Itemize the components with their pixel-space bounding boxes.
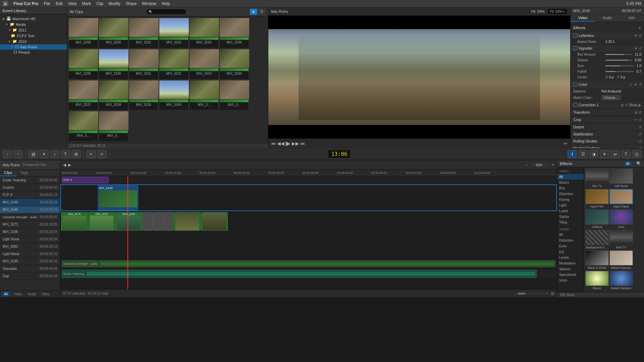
stabilization-reset[interactable]: ↺ bbox=[639, 132, 641, 136]
effect-artifacts[interactable]: Artifacts bbox=[585, 209, 609, 229]
rolling-shutter-header[interactable]: Rolling Shutter ↺ bbox=[571, 138, 644, 144]
crop-icon[interactable]: ✂ bbox=[635, 118, 637, 122]
clip-thumb-mvi-c[interactable]: MVI_3... bbox=[68, 111, 98, 141]
clip-thumb-mvi-b[interactable]: MVI_3... bbox=[219, 80, 249, 111]
exotic-audio-clip[interactable]: Exotic Yearning bbox=[62, 270, 537, 278]
cat-all-audio[interactable]: All bbox=[557, 232, 584, 238]
industrial-audio-clip[interactable]: Industrial Strength - audio bbox=[62, 260, 555, 267]
effect-bloom[interactable]: Bloom bbox=[585, 271, 609, 291]
clip-mvi3174[interactable]: MVI_3174 bbox=[61, 212, 88, 231]
menu-clip[interactable]: Clip bbox=[96, 1, 103, 6]
share-btn[interactable]: ↑ bbox=[13, 150, 23, 158]
effect-aged-paper[interactable]: Aged Paper bbox=[609, 189, 633, 209]
tree-item-italy-ruins[interactable]: ▼ 🎞 Italy Ruins bbox=[0, 44, 67, 50]
clip-appearance-btn[interactable]: ▤ bbox=[29, 150, 38, 158]
cat-light[interactable]: Light bbox=[557, 202, 584, 208]
size-slider[interactable] bbox=[605, 65, 634, 66]
cat-basics[interactable]: Basics bbox=[557, 180, 584, 185]
zoom-out-btn[interactable]: - bbox=[515, 291, 516, 296]
effect-bg-squares[interactable]: Background Squares bbox=[585, 230, 609, 250]
vignette-enable[interactable]: ✓ bbox=[573, 46, 577, 50]
correction-scope-icon[interactable]: ⊞ bbox=[621, 103, 624, 107]
clip-fcpx[interactable]: FCP X bbox=[62, 177, 109, 183]
color-board-btn[interactable]: ◑ bbox=[589, 150, 598, 158]
cat-spaces[interactable]: Spaces bbox=[557, 266, 584, 272]
inspector-tab-info[interactable]: Info bbox=[620, 14, 644, 22]
effects-add-btn[interactable]: + bbox=[638, 25, 641, 31]
darken-slider[interactable] bbox=[605, 60, 632, 61]
tree-item-fcpx[interactable]: 📁 FCPX Test bbox=[0, 33, 67, 39]
correction1-header[interactable]: ✓ Correction 1 ⊞ ✐ Show ▶ bbox=[571, 102, 644, 109]
clip-thumb-mvi3334[interactable]: MVI_3334 bbox=[219, 49, 249, 79]
effect-black-white[interactable]: Black & White bbox=[585, 250, 609, 270]
correction1-enable[interactable]: ✓ bbox=[573, 103, 577, 107]
letterbox-enable[interactable]: ✓ bbox=[573, 34, 577, 38]
zoom-in-btn[interactable]: + bbox=[546, 291, 548, 296]
effect-bleach-bypass[interactable]: Bleach Bypass bbox=[609, 250, 633, 270]
clip-thumb-mvi3292[interactable]: MVI_3292 bbox=[159, 18, 189, 48]
cat-specialized[interactable]: Specialized bbox=[557, 272, 584, 278]
vignette-header[interactable]: ✓ Vignette: ▼ ↺ bbox=[571, 45, 644, 52]
clip-thumb-mvi3294[interactable]: MVI_3294 bbox=[219, 18, 249, 48]
tree-item-2011[interactable]: ▼ 📁 2011 bbox=[0, 27, 67, 33]
clip-thumb-mvi3331[interactable]: MVI_3331 bbox=[129, 49, 158, 79]
tree-item-2010[interactable]: ▼ 📁 2010 bbox=[0, 39, 67, 44]
cat-stylize[interactable]: Stylize bbox=[557, 214, 584, 220]
clip-mvi3196[interactable]: MVI_3196 bbox=[115, 212, 142, 231]
letterbox-header[interactable]: ✓ Letterbox: ▼ ↺ bbox=[571, 32, 644, 39]
correction-expand[interactable]: ▶ bbox=[639, 103, 641, 107]
grid-view-btn[interactable]: ⊞ bbox=[250, 9, 257, 15]
effects-search-btn[interactable]: 🔍 bbox=[636, 161, 641, 166]
menu-modify[interactable]: Modify bbox=[109, 1, 120, 6]
correction-show[interactable]: Show bbox=[629, 103, 637, 107]
cat-echo[interactable]: Echo bbox=[557, 243, 584, 249]
transform-header[interactable]: Transform ⊞ ↺ bbox=[571, 109, 644, 116]
tab-audio[interactable]: Audio bbox=[26, 292, 39, 297]
expand-icon-v[interactable]: ▼ bbox=[634, 47, 638, 50]
generator-btn[interactable]: ⊞ bbox=[71, 150, 81, 158]
loop-btn[interactable]: ↩ bbox=[564, 141, 568, 146]
effect-aged-film[interactable]: Aged Film bbox=[585, 189, 609, 209]
reset-icon[interactable]: ↺ bbox=[639, 34, 641, 38]
distort-reset[interactable]: ↺ bbox=[639, 125, 641, 129]
clips-view-toggle[interactable]: ⊞ ☰ bbox=[250, 9, 265, 15]
rolling-shutter-reset[interactable]: ↺ bbox=[639, 139, 641, 143]
menu-window[interactable]: Window bbox=[142, 1, 156, 6]
tree-item-macintosh[interactable]: ▶ 💾 Macintosh HD bbox=[0, 16, 67, 21]
cat-eq[interactable]: EQ bbox=[557, 249, 584, 255]
tab-all[interactable]: All bbox=[1, 292, 10, 297]
transform-reset[interactable]: ↺ bbox=[639, 111, 641, 114]
titles-btn[interactable]: T bbox=[61, 150, 70, 158]
clips-search[interactable]: 🔍 bbox=[146, 9, 186, 15]
list-view-btn[interactable]: ☰ bbox=[258, 9, 265, 15]
select-tool-btn[interactable]: ↖ bbox=[87, 150, 96, 158]
effects-all-btn[interactable]: All bbox=[623, 162, 632, 166]
correction-eyedrop-icon[interactable]: ✐ bbox=[625, 103, 628, 107]
falloff-slider[interactable] bbox=[605, 71, 634, 72]
effect-bad-tv[interactable]: Bad TV bbox=[609, 230, 633, 250]
clip-thumb-mvi3333[interactable]: MVI_3333 bbox=[189, 49, 219, 79]
clip-thumb-mvi3339[interactable]: MVI_3339 bbox=[129, 80, 158, 111]
color-enable[interactable]: ✓ bbox=[573, 82, 577, 86]
play-previous-btn[interactable]: ◀◀ bbox=[277, 141, 284, 146]
timeline-zoom-in-btn[interactable]: + bbox=[552, 163, 554, 167]
fit-dropdown[interactable]: Fit: 54% ▾ bbox=[547, 8, 568, 14]
clip-mvi-extra[interactable] bbox=[174, 212, 201, 231]
clip-marker3[interactable] bbox=[163, 212, 173, 231]
color-expand[interactable]: ▼ bbox=[634, 83, 637, 86]
play-next-btn[interactable]: ▶▶ bbox=[292, 141, 299, 146]
clip-thumb-mvi3289[interactable]: MVI_3289 bbox=[68, 18, 98, 48]
spatial-reset[interactable]: ↺ bbox=[639, 146, 641, 148]
cat-distortion-audio[interactable]: Distortion bbox=[557, 238, 584, 243]
cat-keying[interactable]: Keying bbox=[557, 197, 584, 202]
clip-mvi3140-main[interactable]: MVI_3140 bbox=[98, 185, 138, 210]
spatial-conform-header[interactable]: Spatial Conform ↺ bbox=[571, 145, 644, 148]
cat-blur[interactable]: Blur bbox=[557, 185, 584, 191]
clip-thumb-mvi-d[interactable]: MVI_3... bbox=[99, 111, 128, 141]
color-reset[interactable]: ↺ bbox=[639, 83, 641, 86]
clip-thumb-mvi3340[interactable]: MVI_3340 bbox=[159, 80, 189, 111]
clip-thumb-mvi3291[interactable]: MVI_3291 bbox=[129, 18, 158, 48]
generators-browser-btn[interactable]: ◫ bbox=[632, 150, 641, 158]
clip-mvi-extra2[interactable] bbox=[201, 212, 228, 231]
clip-thumb-mvi-a[interactable]: MVI_3... bbox=[189, 80, 219, 111]
